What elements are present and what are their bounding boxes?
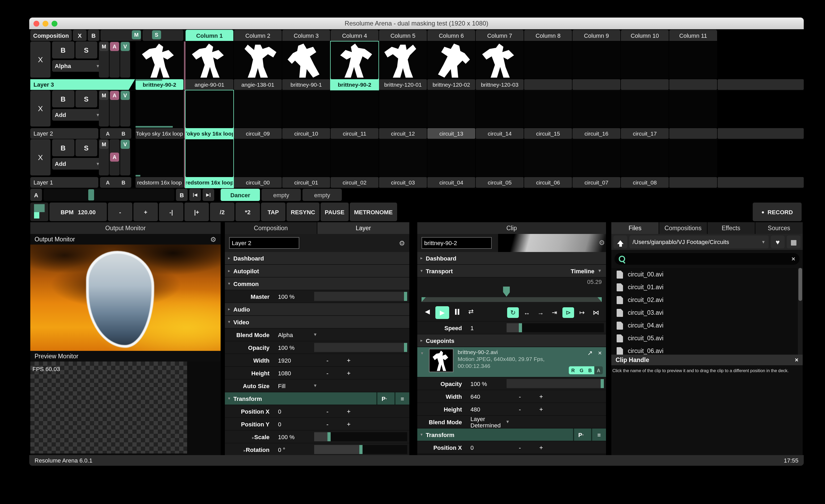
clip-cell[interactable]: circuit_15 (524, 90, 572, 139)
chevron-down-icon[interactable]: ▼ (313, 332, 317, 337)
channel-r-toggle[interactable]: R (569, 366, 577, 374)
clip-label[interactable]: circuit_00 (234, 177, 282, 188)
clip-cell[interactable]: circuit_16 (573, 90, 620, 139)
clip-cell[interactable] (669, 42, 717, 90)
clip-label[interactable]: circuit_04 (427, 177, 475, 188)
property-value[interactable]: 100 % (272, 293, 313, 300)
gear-icon[interactable]: ⚙ (399, 239, 405, 247)
layer-clear-button[interactable]: X (30, 90, 51, 127)
clip-cell[interactable]: circuit_17 (621, 90, 669, 139)
view-mode-button[interactable]: ▦ (787, 235, 801, 248)
up-directory-button[interactable] (613, 235, 627, 248)
tempo-button-[interactable]: -| (159, 203, 183, 221)
section-audio[interactable]: ▸Audio (225, 303, 409, 315)
column-header[interactable]: Column 2 (234, 30, 282, 41)
tempo-button-2[interactable]: *2 (235, 203, 260, 221)
clip-label[interactable] (669, 79, 717, 90)
composition-clear-button[interactable]: X (73, 30, 87, 41)
channel-a-toggle[interactable]: A (594, 366, 603, 374)
column-header[interactable]: Column 4 (331, 30, 378, 41)
tempo-button-[interactable]: + (133, 203, 158, 221)
clip-label[interactable] (669, 128, 717, 139)
clip-label[interactable]: circuit_01 (282, 177, 330, 188)
tab-sources[interactable]: Sources (755, 222, 803, 234)
layer-v-fader[interactable]: V (120, 139, 130, 175)
layer-name-label[interactable]: Layer 1 (30, 177, 98, 188)
v-chip[interactable]: V (121, 91, 130, 100)
property-value[interactable]: 0 (272, 408, 313, 414)
layer-solo-button[interactable]: S (75, 42, 97, 59)
file-item[interactable]: circuit_06.avi (611, 345, 803, 355)
column-header[interactable]: Column 8 (524, 30, 572, 41)
tempo-button-metronome[interactable]: METRONOME (350, 203, 397, 221)
property-value[interactable]: 1080 (272, 370, 313, 376)
crossfader-b-button[interactable]: B (176, 189, 188, 201)
file-item[interactable]: circuit_04.avi (611, 319, 803, 332)
layer-blend-dropdown[interactable]: Add▼ (52, 158, 102, 169)
m-chip[interactable]: M (99, 42, 108, 51)
crossfader-track[interactable] (44, 189, 174, 201)
section-autopilot[interactable]: ▸Autopilot (225, 265, 409, 277)
timeline-track[interactable] (422, 297, 602, 302)
decrement-button[interactable]: - (320, 407, 334, 416)
section-dashboard[interactable]: ▸Dashboard (417, 252, 606, 264)
deck-tab-empty[interactable]: empty (302, 189, 342, 201)
bpm-display[interactable]: BPM 120.00 (50, 203, 107, 221)
clip-cell[interactable]: circuit_03 (379, 139, 427, 188)
property-slider[interactable] (507, 323, 604, 332)
tab-clip[interactable]: Clip (417, 222, 606, 234)
clip-label[interactable]: circuit_12 (379, 128, 427, 139)
clip-label[interactable]: circuit_02 (331, 177, 378, 188)
clip-cell[interactable]: circuit_12 (379, 90, 427, 139)
assign-a-button[interactable]: A (106, 179, 109, 185)
clip-label[interactable] (573, 79, 620, 90)
play-backwards-button[interactable]: ◀ (422, 306, 433, 317)
clip-cell[interactable]: Tokyo sky 16x loop (185, 90, 233, 139)
property-value[interactable]: 480 (464, 406, 506, 412)
file-item[interactable]: circuit_00.avi (611, 268, 803, 281)
clip-cell[interactable]: circuit_14 (476, 90, 524, 139)
clip-label[interactable]: circuit_03 (379, 177, 427, 188)
increment-button[interactable]: + (342, 369, 356, 377)
transport-mode-dropdown[interactable]: Timeline▼ (571, 268, 602, 274)
clip-label[interactable]: circuit_17 (621, 128, 669, 139)
increment-button[interactable]: + (342, 420, 356, 428)
deck-tab-Dancer[interactable]: Dancer (221, 189, 260, 201)
m-chip[interactable]: M (99, 91, 108, 100)
play-once-button[interactable]: → (535, 307, 546, 318)
slider-handle[interactable] (327, 432, 331, 441)
layer-m-fader[interactable]: M (99, 90, 109, 127)
clip-label[interactable]: Tokyo sky 16x loop (185, 128, 233, 139)
clip-cell[interactable]: redstorm 16x loop (185, 139, 233, 188)
layer-blend-dropdown[interactable]: Add▼ (52, 109, 102, 121)
layer-clear-button[interactable]: X (30, 139, 51, 175)
file-item[interactable]: circuit_01.avi (611, 281, 803, 293)
pingpong-once-button[interactable]: ⋈ (590, 307, 602, 318)
next-column-button[interactable]: ▶| (203, 189, 214, 201)
property-value[interactable]: 100 % (272, 344, 313, 351)
property-value[interactable]: 0 ° (272, 446, 313, 453)
clip-label[interactable] (621, 79, 669, 90)
layer-name-label[interactable]: Layer 2 (30, 128, 98, 139)
clip-label[interactable]: circuit_06 (524, 177, 572, 188)
clip-cell[interactable]: circuit_05 (476, 139, 524, 188)
chevron-down-icon[interactable]: ▼ (313, 383, 317, 388)
crossfader-a-button[interactable]: A (30, 189, 42, 201)
increment-button[interactable]: + (534, 392, 548, 401)
active-clip-label[interactable]: redstorm 16x loop (136, 177, 183, 188)
clip-label[interactable]: brittney-120-02 (427, 79, 475, 90)
layer-solo-button[interactable]: S (75, 139, 97, 156)
clip-label[interactable]: circuit_14 (476, 128, 524, 139)
column-header[interactable]: Column 1 (185, 30, 233, 41)
random-button[interactable]: ⇄ (465, 306, 477, 317)
presets-button[interactable]: P▾ (376, 392, 391, 405)
composition-master-fader[interactable]: M (100, 30, 141, 41)
clip-cell[interactable] (573, 42, 620, 90)
property-value[interactable]: 640 (464, 393, 506, 400)
decrement-button[interactable]: - (320, 420, 334, 428)
clip-cell[interactable]: circuit_04 (427, 139, 475, 188)
clip-cell[interactable]: brittney-120-03 (476, 42, 524, 90)
clip-name-input[interactable] (422, 237, 492, 249)
clip-cell[interactable] (524, 42, 572, 90)
search-input[interactable] (628, 255, 788, 263)
